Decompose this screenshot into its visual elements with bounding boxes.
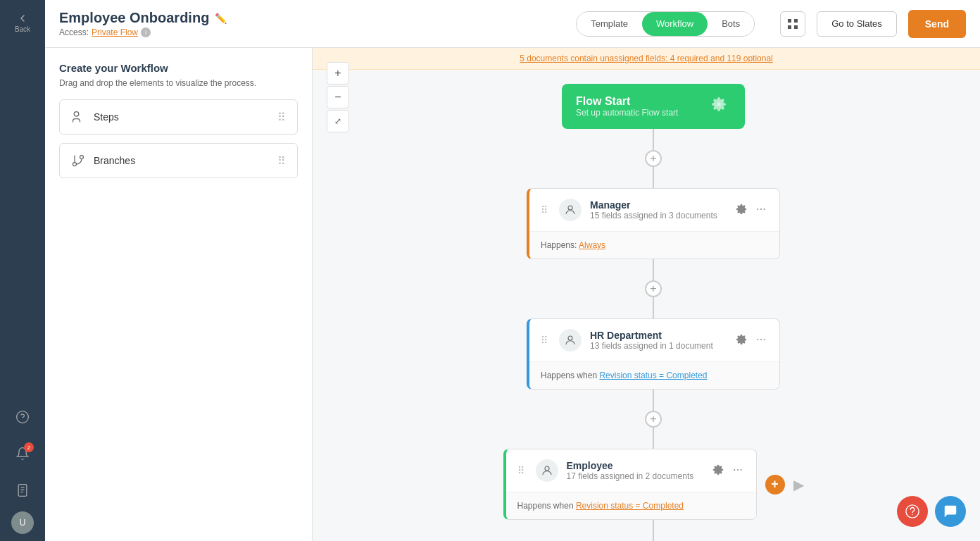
- zoom-controls: + − ⤢: [327, 62, 349, 132]
- help-float-button[interactable]: [897, 496, 928, 527]
- hr-drag-handle[interactable]: ⠿: [541, 335, 548, 346]
- help-icon[interactable]: [7, 402, 38, 433]
- manager-condition-label: Happens:: [541, 240, 577, 250]
- employee-avatar: [536, 459, 558, 482]
- go-to-slates-button[interactable]: Go to Slates: [817, 11, 897, 37]
- connector-4: +: [645, 520, 662, 541]
- manager-more-button[interactable]: [754, 202, 768, 218]
- employee-footer: Happens when Revision status = Completed: [506, 492, 756, 519]
- steps-item[interactable]: Steps ⠿: [59, 99, 298, 135]
- svg-rect-2: [18, 485, 27, 497]
- svg-point-21: [764, 339, 765, 340]
- branches-item[interactable]: Branches ⠿: [59, 143, 298, 178]
- tab-template[interactable]: Template: [577, 12, 642, 36]
- edit-title-icon[interactable]: ✏️: [215, 13, 227, 24]
- hr-fields: 13 fields assigned in 1 document: [590, 341, 726, 351]
- fit-screen-button[interactable]: ⤢: [327, 110, 349, 132]
- back-button[interactable]: Back: [7, 7, 38, 38]
- panel-heading: Create your Workflow: [59, 62, 298, 74]
- employee-condition-value[interactable]: Revision status = Completed: [576, 501, 684, 511]
- add-step-button-1[interactable]: +: [645, 150, 662, 167]
- tab-group: Template Workflow Bots: [576, 11, 755, 37]
- warning-banner: 5 documents contain unassigned fields: 4…: [313, 48, 980, 70]
- branches-label: Branches: [94, 155, 269, 166]
- workflow-canvas: 5 documents contain unassigned fields: 4…: [313, 48, 980, 541]
- employee-fields: 17 fields assigned in 2 documents: [567, 471, 703, 481]
- step-header-manager: ⠿ Manager 15 fields assigned in 3 docume…: [529, 189, 779, 231]
- manager-avatar: [559, 199, 582, 221]
- steps-drag-handle[interactable]: ⠿: [277, 111, 286, 124]
- hr-avatar: [559, 329, 582, 352]
- svg-point-13: [73, 163, 77, 166]
- connector-line: [653, 167, 654, 188]
- svg-point-27: [912, 514, 912, 515]
- hr-more-button[interactable]: [754, 332, 768, 349]
- svg-point-23: [734, 469, 735, 471]
- panel-description: Drag and drop the elements to visualize …: [59, 78, 298, 88]
- svg-point-18: [568, 336, 572, 340]
- clipboard-icon[interactable]: [7, 475, 38, 506]
- chat-float-button[interactable]: [935, 496, 966, 527]
- left-panel: Create your Workflow Drag and drop the e…: [45, 48, 313, 541]
- send-button[interactable]: Send: [908, 10, 966, 38]
- flow-start-subtitle: Set up automatic Flow start: [576, 108, 678, 118]
- add-step-button-2[interactable]: +: [645, 280, 662, 297]
- svg-rect-6: [788, 19, 791, 23]
- zoom-out-button[interactable]: −: [327, 86, 349, 108]
- content-area: Create your Workflow Drag and drop the e…: [45, 48, 980, 541]
- employee-gear-button[interactable]: [711, 463, 725, 479]
- svg-rect-8: [788, 25, 791, 29]
- manager-condition-value[interactable]: Always: [579, 240, 605, 250]
- step-card-manager: ⠿ Manager 15 fields assigned in 3 docume…: [527, 188, 780, 259]
- manager-footer: Happens: Always: [529, 231, 779, 259]
- svg-rect-7: [794, 19, 798, 23]
- hr-footer: Happens when Revision status = Completed: [529, 361, 779, 389]
- hr-condition-value[interactable]: Revision status = Completed: [599, 371, 707, 380]
- svg-point-25: [740, 469, 741, 471]
- svg-point-14: [568, 206, 572, 210]
- hr-info: HR Department 13 fields assigned in 1 do…: [590, 330, 726, 351]
- connector-3: +: [645, 390, 662, 449]
- branches-drag-handle[interactable]: ⠿: [277, 154, 286, 168]
- employee-name: Employee: [567, 460, 703, 471]
- employee-more-button[interactable]: [731, 463, 745, 479]
- svg-point-12: [80, 156, 84, 159]
- manager-drag-handle[interactable]: ⠿: [541, 204, 548, 216]
- grid-view-button[interactable]: [780, 11, 805, 37]
- main-area: Employee Onboarding ✏️ Access: Private F…: [45, 0, 980, 541]
- step-card-employee: ⠿ Employee 17 fields assigned in 2 docum…: [503, 449, 757, 520]
- employee-actions: [711, 463, 745, 479]
- tab-bots[interactable]: Bots: [708, 12, 754, 36]
- step-header-hr: ⠿ HR Department 13 fields assigned in 1 …: [529, 319, 779, 361]
- title-area: Employee Onboarding ✏️ Access: Private F…: [59, 10, 565, 37]
- floating-buttons: [897, 496, 966, 527]
- access-link[interactable]: Private Flow: [92, 27, 138, 37]
- notifications-icon[interactable]: 2: [7, 438, 38, 469]
- employee-drag-handle[interactable]: ⠿: [517, 465, 524, 476]
- info-icon[interactable]: i: [141, 27, 151, 37]
- back-label: Back: [15, 25, 30, 33]
- flow-start-node: Flow Start Set up automatic Flow start: [562, 84, 745, 129]
- manager-name: Manager: [590, 199, 726, 211]
- user-avatar[interactable]: U: [11, 511, 34, 534]
- connector-line: [653, 129, 654, 150]
- access-label: Access:: [59, 27, 89, 37]
- topbar: Employee Onboarding ✏️ Access: Private F…: [45, 0, 980, 48]
- hr-condition-label: Happens when: [541, 371, 597, 380]
- page-title-text: Employee Onboarding: [59, 10, 209, 26]
- employee-side-add-button[interactable]: +: [765, 475, 785, 495]
- page-title-row: Employee Onboarding ✏️: [59, 10, 565, 26]
- hr-gear-button[interactable]: [734, 332, 748, 349]
- notification-badge: 2: [24, 442, 34, 452]
- flow-start-gear-icon[interactable]: [711, 97, 731, 116]
- manager-gear-button[interactable]: [734, 202, 748, 218]
- zoom-in-button[interactable]: +: [327, 62, 349, 85]
- add-step-button-3[interactable]: +: [645, 411, 662, 428]
- workflow-diagram: Flow Start Set up automatic Flow start +: [313, 70, 980, 541]
- step-card-hr: ⠿ HR Department 13 fields assigned in 1 …: [527, 318, 780, 390]
- connector-2: +: [645, 259, 662, 318]
- warning-link[interactable]: 5 documents contain unassigned fields: 4…: [520, 54, 773, 63]
- tab-workflow[interactable]: Workflow: [642, 12, 708, 36]
- hr-name: HR Department: [590, 330, 726, 341]
- svg-point-17: [764, 209, 765, 210]
